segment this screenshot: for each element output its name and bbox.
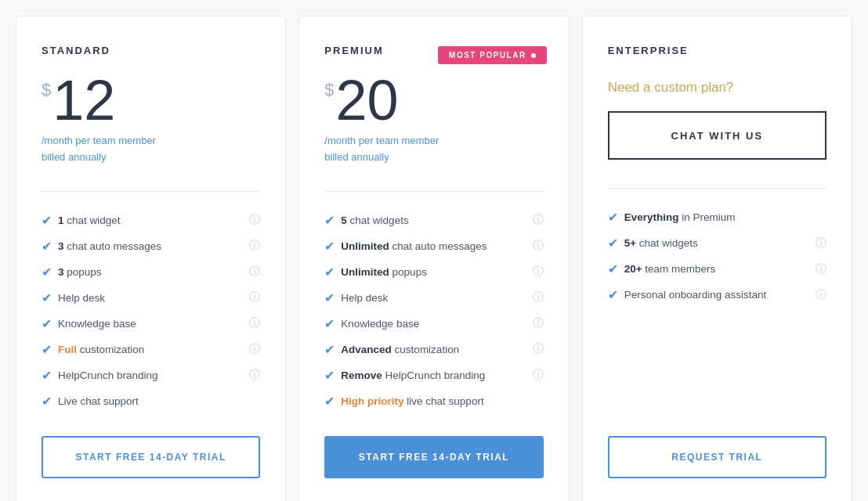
- list-item: ✔ Personal onboarding assistant ⓘ: [608, 282, 826, 308]
- check-icon: ✔: [42, 265, 52, 279]
- check-icon: ✔: [324, 290, 335, 305]
- chat-us-text: CHAT WITH US: [671, 130, 764, 142]
- check-icon: ✔: [324, 342, 335, 357]
- info-icon[interactable]: ⓘ: [249, 213, 260, 227]
- list-item: ✔ Remove HelpCrunch branding ⓘ: [324, 362, 543, 388]
- list-item: ✔ Advanced customization ⓘ: [324, 337, 543, 362]
- enterprise-card: ENTERPRISE Need a custom plan? CHAT WITH…: [582, 16, 852, 501]
- info-icon[interactable]: ⓘ: [533, 239, 544, 253]
- check-icon: ✔: [42, 342, 52, 357]
- enterprise-divider: [608, 188, 826, 189]
- info-icon[interactable]: ⓘ: [816, 262, 826, 276]
- info-icon[interactable]: ⓘ: [816, 288, 826, 302]
- check-icon: ✔: [608, 261, 618, 276]
- premium-card: MOST POPULAR PREMIUM $ 20 /month per tea…: [298, 16, 569, 501]
- list-item: ✔ Unlimited chat auto messages ⓘ: [324, 233, 543, 259]
- standard-feature-list: ✔ 1 chat widget ⓘ ✔ 3 chat auto messages…: [42, 207, 260, 414]
- list-item: ✔ 3 chat auto messages ⓘ: [42, 233, 260, 259]
- enterprise-feature-list: ✔ Everything in Premium ✔ 5+ chat widget…: [608, 204, 826, 414]
- premium-price-row: $ 20: [324, 72, 543, 128]
- info-icon[interactable]: ⓘ: [533, 265, 544, 279]
- check-icon: ✔: [324, 265, 335, 279]
- list-item: ✔ Unlimited popups ⓘ: [324, 259, 543, 285]
- list-item: ✔ 1 chat widget ⓘ: [42, 207, 260, 233]
- list-item: ✔ Everything in Premium: [608, 204, 826, 230]
- list-item: ✔ Knowledge base ⓘ: [324, 311, 543, 337]
- standard-plan-name: STANDARD: [42, 45, 260, 56]
- info-icon[interactable]: ⓘ: [249, 368, 260, 382]
- standard-currency: $: [42, 80, 51, 100]
- list-item: ✔ 20+ team members ⓘ: [608, 256, 826, 282]
- list-item: ✔ 5 chat widgets ⓘ: [324, 207, 543, 233]
- list-item: ✔ High priority live chat support: [324, 388, 543, 414]
- list-item: ✔ Live chat support: [42, 388, 260, 414]
- premium-currency: $: [324, 80, 334, 100]
- check-icon: ✔: [608, 236, 618, 250]
- info-icon[interactable]: ⓘ: [533, 316, 544, 330]
- list-item: ✔ Help desk ⓘ: [324, 285, 543, 311]
- info-icon[interactable]: ⓘ: [533, 368, 544, 382]
- enterprise-plan-name: ENTERPRISE: [608, 45, 826, 56]
- enterprise-cta-button[interactable]: REQUEST TRIAL: [608, 436, 826, 478]
- info-icon[interactable]: ⓘ: [249, 239, 260, 253]
- badge-dot: [531, 53, 536, 58]
- check-icon: ✔: [324, 394, 335, 409]
- premium-divider: [324, 191, 543, 192]
- pricing-container: STANDARD $ 12 /month per team member bil…: [16, 16, 852, 501]
- premium-price: 20: [336, 72, 399, 128]
- check-icon: ✔: [324, 316, 335, 331]
- info-icon[interactable]: ⓘ: [533, 213, 544, 227]
- check-icon: ✔: [324, 213, 335, 228]
- list-item: ✔ 3 popups ⓘ: [42, 259, 260, 285]
- info-icon[interactable]: ⓘ: [249, 342, 260, 356]
- standard-price-row: $ 12: [42, 72, 260, 128]
- info-icon[interactable]: ⓘ: [249, 265, 260, 279]
- premium-subtitle: /month per team member billed annually: [324, 133, 543, 166]
- most-popular-badge: MOST POPULAR: [438, 46, 547, 64]
- check-icon: ✔: [42, 239, 52, 254]
- check-icon: ✔: [42, 394, 52, 409]
- check-icon: ✔: [42, 290, 52, 305]
- info-icon[interactable]: ⓘ: [249, 290, 260, 305]
- check-icon: ✔: [42, 316, 52, 331]
- custom-plan-label: Need a custom plan?: [608, 80, 826, 96]
- list-item: ✔ HelpCrunch branding ⓘ: [42, 362, 260, 388]
- info-icon[interactable]: ⓘ: [533, 290, 544, 305]
- check-icon: ✔: [324, 368, 335, 383]
- standard-cta-button[interactable]: START FREE 14-DAY TRIAL: [42, 436, 260, 478]
- standard-subtitle: /month per team member billed annually: [42, 133, 260, 166]
- list-item: ✔ Help desk ⓘ: [42, 285, 260, 311]
- check-icon: ✔: [608, 287, 618, 302]
- info-icon[interactable]: ⓘ: [816, 236, 826, 250]
- check-icon: ✔: [324, 239, 335, 254]
- check-icon: ✔: [42, 213, 52, 228]
- premium-cta-button[interactable]: START FREE 14-DAY TRIAL: [324, 436, 543, 478]
- standard-card: STANDARD $ 12 /month per team member bil…: [16, 16, 286, 501]
- chat-us-button[interactable]: CHAT WITH US: [608, 111, 826, 160]
- premium-feature-list: ✔ 5 chat widgets ⓘ ✔ Unlimited chat auto…: [324, 207, 543, 414]
- check-icon: ✔: [42, 368, 52, 383]
- standard-divider: [42, 191, 260, 192]
- list-item: ✔ 5+ chat widgets ⓘ: [608, 230, 826, 256]
- list-item: ✔ Knowledge base ⓘ: [42, 311, 260, 337]
- check-icon: ✔: [608, 210, 618, 225]
- standard-price: 12: [52, 72, 115, 128]
- info-icon[interactable]: ⓘ: [249, 316, 260, 330]
- list-item: ✔ Full customization ⓘ: [42, 337, 260, 362]
- info-icon[interactable]: ⓘ: [533, 342, 544, 356]
